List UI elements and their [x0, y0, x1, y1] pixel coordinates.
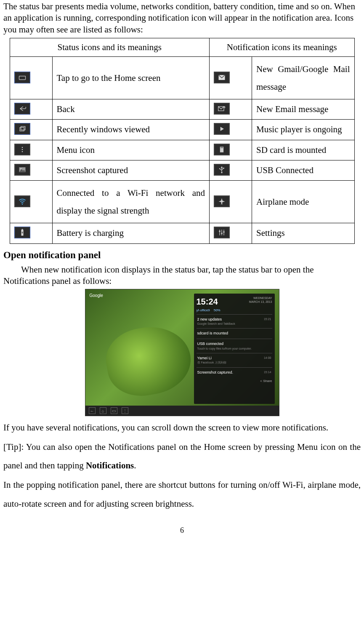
svg-rect-29: [219, 231, 220, 232]
intro-text: The status bar presents media volume, ne…: [3, 1, 361, 35]
svg-rect-26: [21, 229, 23, 230]
panel-date: MARCH 13, 2013: [249, 300, 272, 304]
table-row: Back @ New Email message: [10, 99, 354, 120]
notif-title: USB connected: [197, 342, 271, 347]
notif-sub: 在 Facebook 上找到你: [197, 361, 271, 364]
icons-table: Status icons and its meanings Notificati…: [10, 38, 355, 244]
notif-title: 2 new updates: [197, 317, 222, 322]
svg-rect-12: [222, 147, 222, 148]
svg-point-21: [219, 168, 221, 169]
table-row: Recently windows viewed Music player is …: [10, 120, 354, 140]
screenshot-icon: [14, 164, 30, 176]
desc: Connected to a Wi-Fi network and display…: [52, 181, 210, 223]
panel-day: WEDNESDAY: [249, 296, 272, 300]
svg-rect-5: [20, 128, 24, 131]
desc: Music player is ongoing: [252, 120, 355, 140]
usb-icon: [214, 164, 230, 176]
svg-marker-7: [221, 127, 224, 131]
navbar: ← ⌂ ▭ ⋮: [85, 406, 279, 416]
para3b: Notifications: [86, 460, 134, 470]
table-row: Screenshot captured USB Connected: [10, 160, 354, 181]
svg-point-8: [21, 147, 23, 148]
svg-text:@: @: [223, 107, 226, 109]
header-left: Status icons and its meanings: [10, 38, 210, 56]
notif-sub: Google Search and TalkBack: [197, 322, 271, 326]
desc: Settings: [252, 223, 355, 243]
airplane-icon: [214, 195, 230, 207]
page-number: 6: [3, 526, 361, 535]
nav-recent-icon: ▭: [111, 407, 117, 414]
svg-rect-11: [221, 147, 221, 148]
desc: Tap to go to the Home screen: [52, 57, 210, 99]
notif-time: 14:00: [264, 356, 271, 361]
panel-wifi: yf-office9: [197, 308, 210, 312]
wifi-icon: [14, 195, 30, 207]
panel-batt: 50%: [214, 308, 221, 312]
table-row: Tap to go to the Home screen New Gmail/G…: [10, 57, 354, 99]
google-label: Google: [90, 293, 103, 298]
share-label: Share: [263, 379, 272, 383]
desc: USB Connected: [252, 160, 355, 181]
svg-point-24: [21, 203, 23, 205]
nav-back-icon: ←: [89, 407, 96, 414]
para3a: [Tip]: You can also open the Notificatio…: [3, 442, 361, 470]
svg-rect-13: [223, 147, 223, 148]
svg-rect-31: [221, 233, 222, 234]
header-right: Notification icons its meanings: [210, 38, 355, 56]
svg-point-16: [20, 168, 21, 169]
notif-time: 15:21: [264, 317, 271, 322]
table-row: Battery is charging Settings: [10, 223, 354, 243]
music-icon: [214, 123, 230, 135]
desc: Battery is charging: [52, 223, 210, 243]
notif-panel: 15:24 WEDNESDAY MARCH 13, 2013 yf-office…: [194, 294, 275, 404]
desc: Airplane mode: [252, 181, 355, 223]
nav-home-icon: ⌂: [100, 407, 106, 414]
section-heading: Open notification panel: [3, 249, 361, 262]
para2: If you have several notifications, you c…: [3, 418, 361, 437]
desc: New Gmail/Google Mail message: [252, 57, 355, 99]
para3: [Tip]: You can also open the Notificatio…: [3, 438, 361, 475]
menu-icon: [14, 144, 30, 155]
para4: In the popping notification panel, there…: [3, 476, 361, 513]
svg-point-9: [21, 149, 23, 150]
svg-rect-0: [19, 76, 25, 79]
table-row: Menu icon SD card is mounted: [10, 140, 354, 160]
desc: Menu icon: [52, 140, 210, 160]
desc: New Email message: [252, 99, 355, 120]
notif-title: Yamei Li: [197, 356, 212, 361]
sdcard-icon: [214, 144, 230, 155]
desc: Screenshot captured: [52, 160, 210, 181]
para1: When new notification icon displays in t…: [3, 264, 361, 287]
notif-time: 15:14: [264, 370, 271, 375]
notif-sub: Touch to copy files to/from your compute…: [197, 347, 271, 350]
settings-icon: [214, 227, 230, 238]
svg-marker-19: [221, 166, 223, 168]
table-row: Connected to a Wi-Fi network and display…: [10, 181, 354, 223]
svg-point-10: [21, 151, 23, 152]
notif-title: sdcard is mounted: [197, 331, 271, 336]
panel-time: 15:24: [197, 296, 218, 307]
notification-panel-figure: Google 15:24 WEDNESDAY MARCH 13, 2013 yf…: [85, 289, 279, 416]
svg-rect-33: [223, 232, 224, 233]
desc: Recently windows viewed: [52, 120, 210, 140]
svg-rect-23: [223, 168, 224, 169]
recent-icon: [14, 123, 30, 135]
svg-rect-6: [21, 127, 25, 130]
back-icon: [14, 103, 30, 115]
email-icon: @: [214, 103, 230, 115]
battery-charging-icon: [14, 227, 30, 238]
notif-title: Screenshot captured.: [197, 370, 234, 375]
desc: Back: [52, 99, 210, 120]
gmail-icon: [214, 72, 230, 83]
nav-menu-icon: ⋮: [122, 407, 128, 414]
home-icon: [14, 72, 30, 83]
desc: SD card is mounted: [252, 140, 355, 160]
para3c: .: [134, 460, 136, 470]
